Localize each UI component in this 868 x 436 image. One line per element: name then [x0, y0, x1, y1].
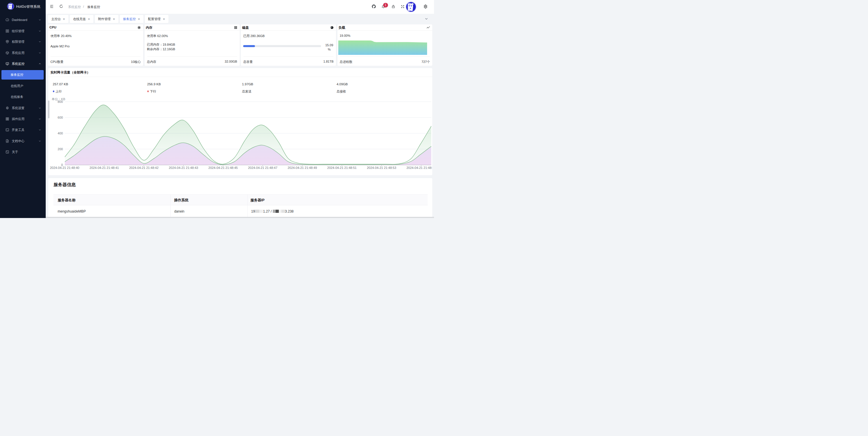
svg-text:400: 400	[58, 132, 63, 135]
svg-text:2024-04-21 21:48:40: 2024-04-21 21:48:40	[50, 166, 79, 169]
svg-text:2024-04-21 21:48:49: 2024-04-21 21:48:49	[287, 166, 317, 169]
svg-text:600: 600	[58, 116, 63, 119]
svg-text:2024-04-21 21:48:51: 2024-04-21 21:48:51	[327, 166, 356, 169]
svg-text:2024-04-21 21:48:41: 2024-04-21 21:48:41	[89, 166, 119, 169]
svg-text:2024-04-21 21:48:43: 2024-04-21 21:48:43	[169, 166, 198, 169]
svg-text:2024-04-21 21:48:53: 2024-04-21 21:48:53	[367, 166, 396, 169]
svg-text:2024-04-21 21:48:55: 2024-04-21 21:48:55	[406, 166, 432, 169]
svg-text:2024-04-21 21:48:47: 2024-04-21 21:48:47	[248, 166, 277, 169]
svg-text:800: 800	[58, 100, 63, 103]
svg-text:2024-04-21 21:48:42: 2024-04-21 21:48:42	[129, 166, 158, 169]
svg-text:2024-04-21 21:48:45: 2024-04-21 21:48:45	[208, 166, 238, 169]
svg-text:200: 200	[58, 147, 63, 151]
